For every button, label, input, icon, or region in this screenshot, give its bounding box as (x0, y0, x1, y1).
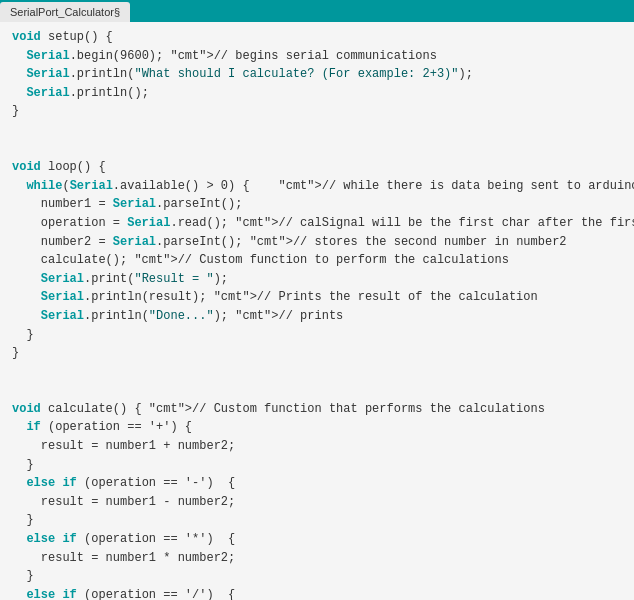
code-editor[interactable]: void setup() { Serial.begin(9600); "cmt"… (0, 22, 634, 600)
tab-bar: SerialPort_Calculator§ (0, 0, 634, 22)
tab-label: SerialPort_Calculator§ (10, 6, 120, 18)
file-tab[interactable]: SerialPort_Calculator§ (0, 2, 130, 22)
